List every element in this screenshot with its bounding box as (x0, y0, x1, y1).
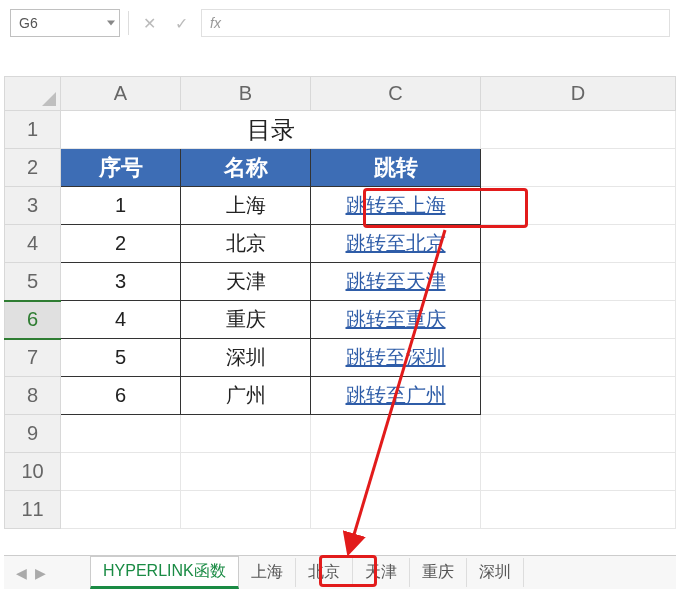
row-header[interactable]: 10 (5, 453, 61, 491)
jump-link[interactable]: 跳转至重庆 (311, 301, 481, 339)
empty-cell[interactable] (481, 301, 676, 339)
row-header-selected[interactable]: 6 (5, 301, 61, 339)
seq-cell[interactable]: 4 (61, 301, 181, 339)
name-box-value: G6 (19, 15, 38, 31)
row-11: 11 (5, 491, 676, 529)
header-jump[interactable]: 跳转 (311, 149, 481, 187)
row-header[interactable]: 2 (5, 149, 61, 187)
row-header[interactable]: 7 (5, 339, 61, 377)
empty-cell[interactable] (481, 415, 676, 453)
header-seq[interactable]: 序号 (61, 149, 181, 187)
seq-cell[interactable]: 3 (61, 263, 181, 301)
empty-cell[interactable] (481, 111, 676, 149)
empty-cell[interactable] (481, 339, 676, 377)
jump-link[interactable]: 跳转至深圳 (311, 339, 481, 377)
empty-cell[interactable] (481, 187, 676, 225)
grid[interactable]: A B C D 1 目录 2 序号 名称 跳转 3 1 上海 跳转至上海 4 2… (4, 76, 676, 529)
row-1: 1 目录 (5, 111, 676, 149)
tab-nav-right-icon[interactable]: ▶ (31, 565, 50, 581)
empty-cell[interactable] (481, 149, 676, 187)
row-header[interactable]: 5 (5, 263, 61, 301)
row-2: 2 序号 名称 跳转 (5, 149, 676, 187)
empty-cell[interactable] (481, 263, 676, 301)
row-3: 3 1 上海 跳转至上海 (5, 187, 676, 225)
tab-chongqing[interactable]: 重庆 (410, 558, 467, 587)
empty-cell[interactable] (61, 453, 181, 491)
tab-shanghai[interactable]: 上海 (239, 558, 296, 587)
jump-link[interactable]: 跳转至天津 (311, 263, 481, 301)
name-box[interactable]: G6 (10, 9, 120, 37)
column-header-row: A B C D (5, 77, 676, 111)
seq-cell[interactable]: 2 (61, 225, 181, 263)
sheet-tabs: ◀ ▶ HYPERLINK函数 上海 北京 天津 重庆 深圳 (4, 555, 676, 589)
jump-link[interactable]: 跳转至北京 (311, 225, 481, 263)
name-cell[interactable]: 广州 (181, 377, 311, 415)
empty-cell[interactable] (61, 491, 181, 529)
row-header[interactable]: 8 (5, 377, 61, 415)
name-cell[interactable]: 北京 (181, 225, 311, 263)
formula-bar-row: G6 ✕ ✓ fx (10, 8, 670, 38)
col-header-A[interactable]: A (61, 77, 181, 111)
row-4: 4 2 北京 跳转至北京 (5, 225, 676, 263)
row-6: 6 4 重庆 跳转至重庆 (5, 301, 676, 339)
tab-tianjin[interactable]: 天津 (353, 558, 410, 587)
row-header[interactable]: 3 (5, 187, 61, 225)
separator (128, 11, 129, 35)
jump-link[interactable]: 跳转至上海 (311, 187, 481, 225)
empty-cell[interactable] (481, 225, 676, 263)
row-9: 9 (5, 415, 676, 453)
empty-cell[interactable] (61, 415, 181, 453)
empty-cell[interactable] (311, 491, 481, 529)
title-cell[interactable]: 目录 (61, 111, 481, 149)
fx-icon: fx (210, 15, 221, 31)
col-header-C[interactable]: C (311, 77, 481, 111)
col-header-B[interactable]: B (181, 77, 311, 111)
tab-beijing[interactable]: 北京 (296, 558, 353, 587)
empty-cell[interactable] (311, 415, 481, 453)
empty-cell[interactable] (481, 453, 676, 491)
empty-cell[interactable] (181, 453, 311, 491)
worksheet: A B C D 1 目录 2 序号 名称 跳转 3 1 上海 跳转至上海 4 2… (4, 76, 676, 553)
header-name[interactable]: 名称 (181, 149, 311, 187)
name-cell[interactable]: 重庆 (181, 301, 311, 339)
empty-cell[interactable] (311, 453, 481, 491)
row-header[interactable]: 11 (5, 491, 61, 529)
jump-link[interactable]: 跳转至广州 (311, 377, 481, 415)
name-cell[interactable]: 深圳 (181, 339, 311, 377)
row-5: 5 3 天津 跳转至天津 (5, 263, 676, 301)
row-header[interactable]: 1 (5, 111, 61, 149)
cancel-icon[interactable]: ✕ (137, 11, 161, 35)
empty-cell[interactable] (481, 377, 676, 415)
name-cell[interactable]: 上海 (181, 187, 311, 225)
select-all-corner[interactable] (5, 77, 61, 111)
seq-cell[interactable]: 5 (61, 339, 181, 377)
confirm-icon[interactable]: ✓ (169, 11, 193, 35)
tab-shenzhen[interactable]: 深圳 (467, 558, 524, 587)
tab-hyperlink[interactable]: HYPERLINK函数 (90, 556, 239, 589)
formula-bar[interactable]: fx (201, 9, 670, 37)
row-8: 8 6 广州 跳转至广州 (5, 377, 676, 415)
empty-cell[interactable] (481, 491, 676, 529)
empty-cell[interactable] (181, 415, 311, 453)
row-10: 10 (5, 453, 676, 491)
seq-cell[interactable]: 6 (61, 377, 181, 415)
row-header[interactable]: 9 (5, 415, 61, 453)
tab-nav-left-icon[interactable]: ◀ (12, 565, 31, 581)
row-7: 7 5 深圳 跳转至深圳 (5, 339, 676, 377)
seq-cell[interactable]: 1 (61, 187, 181, 225)
col-header-D[interactable]: D (481, 77, 676, 111)
empty-cell[interactable] (181, 491, 311, 529)
row-header[interactable]: 4 (5, 225, 61, 263)
name-cell[interactable]: 天津 (181, 263, 311, 301)
chevron-down-icon (107, 21, 115, 26)
